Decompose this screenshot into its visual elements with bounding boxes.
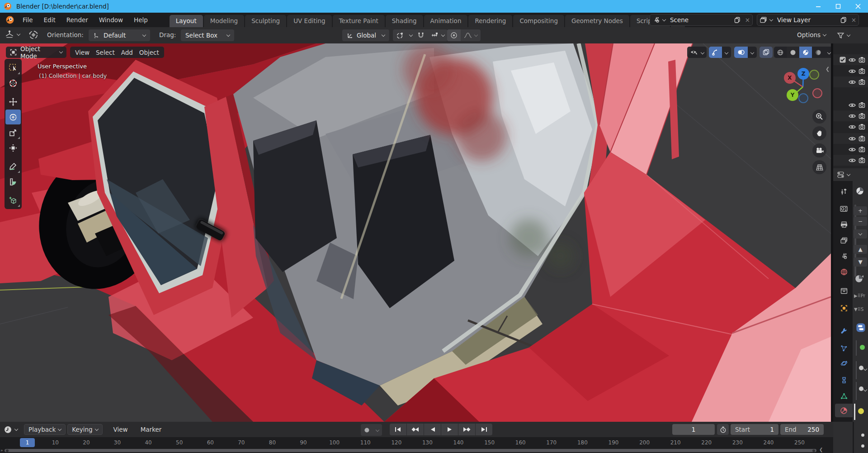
outliner-panel[interactable]	[833, 43, 868, 168]
scrollbar-left-handle[interactable]	[6, 449, 9, 452]
unlink-scene-icon[interactable]: ×	[743, 16, 752, 24]
tab-view-layer[interactable]	[835, 234, 853, 247]
visibility-eye-icon[interactable]	[849, 68, 856, 74]
remove-view-layer-icon[interactable]: ×	[849, 16, 859, 24]
properties-editor-icon[interactable]	[837, 171, 844, 178]
tab-world[interactable]	[835, 265, 853, 279]
prev-keyframe-button[interactable]	[407, 424, 424, 435]
xray-toggle[interactable]	[760, 47, 773, 58]
panel-fragment-preview[interactable]: ▶⠿Pr	[854, 293, 865, 298]
gizmo-axis-z[interactable]: Z	[797, 68, 809, 80]
properties-content[interactable]: + − ▲ ▼ ▶⠿Pr ▼⠿S	[853, 181, 868, 453]
outliner-row[interactable]	[833, 144, 868, 155]
playback-menu[interactable]: Playback	[24, 424, 66, 435]
camera-view-button[interactable]	[812, 143, 826, 157]
workspace-tab[interactable]: Animation	[424, 15, 468, 27]
render-camera-icon[interactable]	[859, 135, 865, 142]
prop-slider-a[interactable]	[856, 340, 857, 356]
slot-move-up-button[interactable]: ▲	[854, 245, 867, 254]
outliner-row[interactable]	[833, 110, 868, 121]
timeline-view-menu[interactable]: View	[109, 424, 132, 435]
scene-selector[interactable]: Scene ×	[650, 14, 753, 26]
tab-scene[interactable]	[835, 249, 853, 263]
mode-dropdown[interactable]: Object Mode	[6, 47, 66, 58]
render-camera-icon[interactable]	[859, 124, 865, 130]
current-frame-field[interactable]: 1	[672, 424, 715, 435]
gizmo-axis-x[interactable]: X	[784, 72, 796, 84]
tool-tweak-select[interactable]	[5, 60, 21, 75]
pan-hand-button[interactable]	[812, 126, 826, 140]
tool-add-cube[interactable]	[5, 193, 21, 208]
timeline-scrollbar[interactable]	[5, 449, 816, 452]
keying-menu[interactable]: Keying	[67, 424, 102, 435]
tool-measure[interactable]	[5, 174, 21, 189]
record-icon[interactable]	[361, 424, 373, 436]
play-button[interactable]	[441, 424, 458, 435]
menu-item[interactable]: Edit	[38, 14, 61, 25]
panel-fragment-surface[interactable]: ▼⠿S	[854, 307, 863, 312]
scene-icon[interactable]	[650, 14, 668, 25]
outliner-row[interactable]	[833, 76, 868, 87]
tool-rotate[interactable]	[5, 110, 21, 124]
scene-name[interactable]: Scene	[668, 16, 732, 24]
timeline-ruler[interactable]: 1020304050607080901001101201301401501601…	[0, 437, 833, 448]
gizmos-icon[interactable]	[709, 47, 722, 58]
render-camera-icon[interactable]	[859, 157, 865, 163]
pivot-point-dropdown[interactable]	[393, 29, 415, 41]
workspace-tab[interactable]: UV Editing	[287, 15, 331, 27]
outliner-collapse-chevron[interactable]: ❮	[826, 66, 830, 72]
editor-type-3d-viewport-icon[interactable]	[5, 29, 20, 39]
tab-object-data[interactable]	[835, 389, 853, 403]
slot-move-down-button[interactable]: ▼	[854, 257, 867, 267]
timeline-editor-icon[interactable]	[4, 425, 18, 434]
render-camera-icon[interactable]	[859, 57, 865, 63]
menu-item[interactable]: File	[17, 14, 38, 25]
render-camera-icon[interactable]	[859, 68, 865, 74]
prop-slider-b[interactable]	[856, 361, 857, 379]
timeline-collapse-chevron[interactable]: ❮	[819, 447, 823, 452]
color-dot-yellow[interactable]	[858, 408, 864, 414]
tab-object[interactable]	[835, 301, 853, 315]
minimize-button[interactable]	[808, 0, 828, 13]
workspace-tab[interactable]: Sculpting	[245, 15, 286, 27]
browse-material-icon[interactable]	[854, 274, 864, 283]
proportional-falloff-icon[interactable]	[461, 29, 481, 41]
outliner-row[interactable]	[833, 155, 868, 166]
menu-item[interactable]: Window	[94, 14, 128, 25]
gizmo-axis-y[interactable]: Y	[787, 89, 798, 101]
outliner-row[interactable]	[833, 54, 868, 65]
tab-output[interactable]	[835, 218, 853, 231]
tab-constraints[interactable]	[835, 373, 853, 387]
orientation-dropdown[interactable]: Default	[89, 29, 150, 41]
gizmo-axis-y-neg[interactable]	[809, 70, 819, 80]
gizmo-axis-x-neg[interactable]	[812, 88, 822, 98]
workspace-tab[interactable]: Rendering	[468, 15, 512, 27]
workspace-tab[interactable]: Geometry Nodes	[565, 15, 629, 27]
viewport-menu-item[interactable]: Add	[118, 47, 136, 58]
copy-scene-icon[interactable]	[732, 17, 743, 23]
workspace-tab-active[interactable]: Layout	[170, 15, 203, 27]
frame-end-field[interactable]: End 250	[780, 424, 824, 435]
gizmos-options-chevron[interactable]	[722, 47, 731, 58]
menu-item[interactable]: Help	[128, 14, 153, 25]
shading-wireframe-icon[interactable]	[774, 47, 787, 58]
value-knob-b[interactable]	[859, 386, 863, 391]
remove-slot-button[interactable]: −	[854, 217, 867, 226]
render-camera-icon[interactable]	[859, 79, 865, 85]
shading-material-icon[interactable]	[799, 47, 812, 58]
viewport-menu-item[interactable]: View	[72, 47, 93, 58]
copy-view-layer-icon[interactable]	[838, 17, 849, 23]
snap-mode-icon[interactable]	[428, 29, 448, 41]
overlays-icon[interactable]	[734, 47, 748, 58]
collection-checkbox-icon[interactable]	[840, 57, 846, 63]
transform-orientation-dropdown[interactable]: Global	[342, 29, 389, 41]
snap-toggle-icon[interactable]	[414, 29, 428, 41]
tool-annotate[interactable]	[5, 159, 21, 174]
render-camera-icon[interactable]	[859, 102, 865, 108]
view-layer-name[interactable]: View Layer	[775, 16, 838, 24]
gizmo-axis-z-neg[interactable]	[798, 93, 808, 103]
viewport-menu-item[interactable]: Select	[93, 47, 118, 58]
resize-corner-icon[interactable]: »	[0, 448, 3, 453]
blender-app-icon[interactable]	[5, 15, 14, 24]
outliner-filter-icon[interactable]	[837, 32, 844, 39]
